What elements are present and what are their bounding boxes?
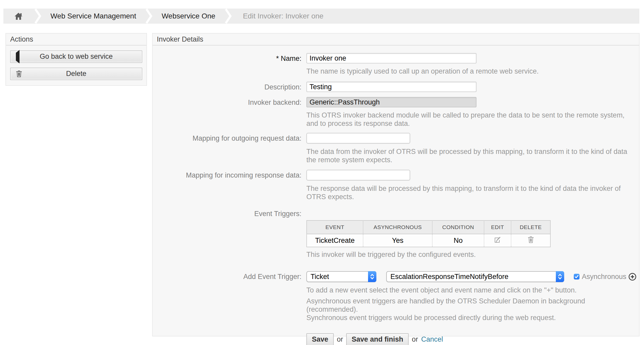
breadcrumb-home-link[interactable]	[3, 9, 33, 24]
event-name-select[interactable]: EscalationResponseTimeNotifyBefore	[386, 271, 564, 282]
or-text: or	[337, 335, 343, 343]
mapping-outgoing-hint: The data from the invoker of OTRS will b…	[306, 147, 636, 164]
or-text: or	[412, 335, 418, 343]
add-event-trigger-label: Add Event Trigger:	[153, 271, 301, 281]
table-row: TicketCreate Yes No	[307, 234, 550, 247]
event-name-value: EscalationResponseTimeNotifyBefore	[390, 273, 508, 281]
mapping-incoming-select[interactable]	[306, 170, 410, 180]
asynchronous-checkbox[interactable]	[574, 274, 579, 279]
cell-condition: No	[432, 234, 484, 247]
cell-asynchronous: Yes	[363, 234, 432, 247]
cancel-link[interactable]: Cancel	[421, 335, 443, 343]
description-label: Description:	[153, 82, 301, 91]
breadcrumb-item-webservice-management[interactable]: Web Service Management	[42, 9, 144, 24]
go-back-button-label: Go back to web service	[40, 53, 113, 60]
add-trigger-button[interactable]	[628, 273, 636, 281]
cell-event: TicketCreate	[307, 234, 363, 247]
save-and-finish-button[interactable]: Save and finish	[346, 333, 409, 345]
asynchronous-checkbox-label: Asynchronous	[582, 273, 626, 281]
save-button[interactable]: Save	[306, 333, 334, 345]
delete-button[interactable]: Delete	[10, 68, 142, 80]
column-header-condition: CONDITION	[432, 220, 484, 234]
delete-button-label: Delete	[66, 70, 86, 77]
name-input[interactable]	[306, 53, 476, 63]
asynchronous-note: Asynchronous event triggers are handled …	[306, 297, 636, 322]
mapping-incoming-label: Mapping for incoming response data:	[153, 170, 301, 179]
add-event-trigger-hint: To add a new event select the event obje…	[306, 286, 636, 294]
edit-trigger-button[interactable]	[494, 236, 501, 243]
column-header-edit: EDIT	[484, 220, 511, 234]
breadcrumb-item-current: Edit Invoker: Invoker one	[233, 9, 332, 24]
invoker-details-title: Invoker Details	[153, 34, 639, 45]
mapping-incoming-hint: The response data will be processed by t…	[306, 184, 636, 201]
event-triggers-table: EVENT ASYNCHRONOUS CONDITION EDIT DELETE…	[306, 220, 551, 247]
go-back-button[interactable]: Go back to web service	[10, 50, 142, 63]
actions-panel: Actions Go back to web service Delete	[5, 33, 147, 86]
mapping-outgoing-select[interactable]	[306, 133, 410, 144]
breadcrumb-separator-icon	[144, 9, 153, 24]
breadcrumb-separator-icon	[224, 9, 233, 24]
footer-spacer	[153, 333, 301, 335]
breadcrumb: Web Service Management Webservice One Ed…	[3, 9, 639, 24]
name-label: * Name:	[153, 53, 301, 63]
trash-icon	[16, 70, 22, 77]
invoker-backend-field	[306, 97, 476, 107]
delete-trigger-button[interactable]	[528, 236, 534, 243]
home-icon	[14, 12, 23, 20]
event-triggers-hint: This invoker will be triggered by the co…	[306, 250, 636, 259]
breadcrumb-separator-icon	[33, 9, 42, 24]
table-header-row: EVENT ASYNCHRONOUS CONDITION EDIT DELETE	[307, 220, 550, 234]
invoker-backend-hint: This OTRS invoker backend module will be…	[306, 111, 636, 128]
select-stepper-icon	[368, 271, 376, 282]
actions-panel-title: Actions	[6, 34, 146, 45]
column-header-event: EVENT	[307, 220, 363, 234]
asynchronous-note-line1: Asynchronous event triggers are handled …	[306, 297, 636, 314]
invoker-backend-label: Invoker backend:	[153, 97, 301, 107]
select-stepper-icon	[556, 271, 564, 282]
event-object-value: Ticket	[311, 273, 329, 281]
column-header-asynchronous: ASYNCHRONOUS	[363, 220, 432, 234]
mapping-outgoing-label: Mapping for outgoing request data:	[153, 133, 301, 142]
event-triggers-label: Event Triggers:	[153, 210, 301, 218]
description-input[interactable]	[306, 82, 476, 92]
column-header-delete: DELETE	[511, 220, 550, 234]
asynchronous-note-line2: Synchronous event triggers would be proc…	[306, 314, 636, 322]
event-object-select[interactable]: Ticket	[306, 271, 376, 282]
breadcrumb-item-webservice-one[interactable]: Webservice One	[153, 9, 223, 24]
required-marker: *	[276, 55, 279, 62]
invoker-details-panel: Invoker Details * Name: The name is typi…	[152, 33, 640, 336]
name-hint: The name is typically used to call up an…	[306, 67, 636, 75]
